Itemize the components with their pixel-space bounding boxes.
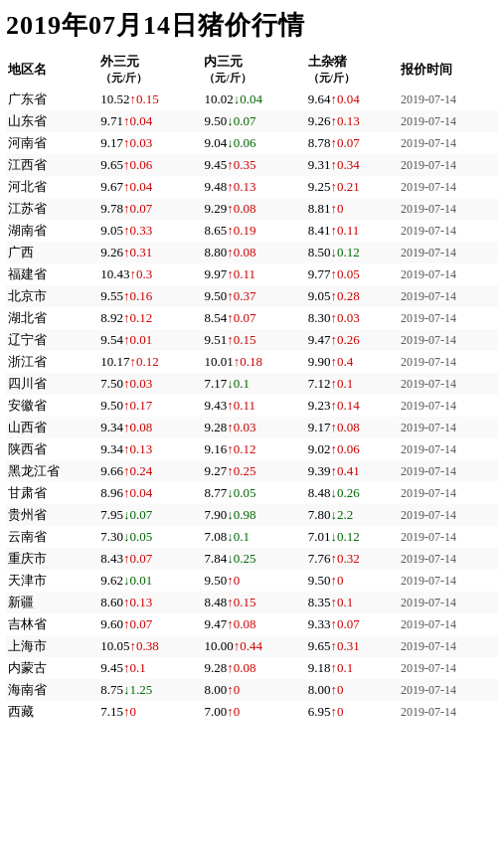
date-cell: 2019-07-14 [399, 110, 498, 132]
price-cell: 9.77↑0.05 [306, 263, 399, 285]
region-cell: 广西 [6, 242, 98, 263]
price-cell: 7.95↓0.07 [98, 504, 202, 526]
region-cell: 新疆 [6, 592, 98, 613]
price-cell: 6.95↑0 [306, 701, 399, 723]
region-cell: 河南省 [6, 132, 98, 154]
price-cell: 8.65↑0.19 [202, 220, 305, 242]
date-cell: 2019-07-14 [399, 482, 498, 504]
date-cell: 2019-07-14 [399, 438, 498, 460]
price-cell: 9.47↑0.08 [202, 613, 305, 635]
table-row: 广东省10.52↑0.1510.02↓0.049.64↑0.042019-07-… [6, 88, 498, 110]
price-cell: 7.08↓0.1 [202, 526, 305, 548]
price-cell: 7.84↓0.25 [202, 548, 305, 570]
date-cell: 2019-07-14 [399, 701, 498, 723]
price-cell: 10.05↑0.38 [98, 635, 202, 657]
region-cell: 甘肃省 [6, 482, 98, 504]
table-row: 山东省9.71↑0.049.50↓0.079.26↑0.132019-07-14 [6, 110, 498, 132]
price-cell: 7.50↑0.03 [98, 373, 202, 395]
price-cell: 9.02↑0.06 [306, 438, 399, 460]
price-cell: 9.66↑0.24 [98, 460, 202, 482]
region-cell: 山东省 [6, 110, 98, 132]
table-row: 湖北省8.92↑0.128.54↑0.078.30↑0.032019-07-14 [6, 307, 498, 329]
table-row: 四川省7.50↑0.037.17↓0.17.12↑0.12019-07-14 [6, 373, 498, 395]
price-cell: 9.97↑0.11 [202, 263, 305, 285]
price-cell: 9.50↑0.17 [98, 395, 202, 417]
price-cell: 9.65↑0.06 [98, 154, 202, 176]
table-row: 新疆8.60↑0.138.48↑0.158.35↑0.12019-07-14 [6, 592, 498, 613]
date-cell: 2019-07-14 [399, 395, 498, 417]
price-cell: 8.48↑0.15 [202, 592, 305, 613]
price-cell: 8.48↓0.26 [306, 482, 399, 504]
price-cell: 8.00↑0 [306, 679, 399, 701]
price-cell: 9.26↑0.13 [306, 110, 399, 132]
price-cell: 7.17↓0.1 [202, 373, 305, 395]
price-cell: 9.34↑0.08 [98, 417, 202, 438]
price-cell: 9.28↑0.03 [202, 417, 305, 438]
table-row: 甘肃省8.96↑0.048.77↓0.058.48↓0.262019-07-14 [6, 482, 498, 504]
table-row: 海南省8.75↓1.258.00↑08.00↑02019-07-14 [6, 679, 498, 701]
page-title: 2019年07月14日猪价行情 [6, 8, 498, 43]
table-row: 河北省9.67↑0.049.48↑0.139.25↑0.212019-07-14 [6, 176, 498, 198]
date-cell: 2019-07-14 [399, 176, 498, 198]
date-cell: 2019-07-14 [399, 242, 498, 263]
table-row: 福建省10.43↑0.39.97↑0.119.77↑0.052019-07-14 [6, 263, 498, 285]
price-cell: 9.54↑0.01 [98, 329, 202, 351]
date-cell: 2019-07-14 [399, 592, 498, 613]
date-cell: 2019-07-14 [399, 198, 498, 220]
price-cell: 8.43↑0.07 [98, 548, 202, 570]
price-cell: 8.80↑0.08 [202, 242, 305, 263]
col-region: 地区名 [6, 51, 98, 88]
date-cell: 2019-07-14 [399, 417, 498, 438]
price-cell: 9.27↑0.25 [202, 460, 305, 482]
region-cell: 四川省 [6, 373, 98, 395]
date-cell: 2019-07-14 [399, 504, 498, 526]
region-cell: 广东省 [6, 88, 98, 110]
price-cell: 9.33↑0.07 [306, 613, 399, 635]
table-row: 安徽省9.50↑0.179.43↑0.119.23↑0.142019-07-14 [6, 395, 498, 417]
price-cell: 9.60↑0.07 [98, 613, 202, 635]
price-cell: 7.12↑0.1 [306, 373, 399, 395]
region-cell: 北京市 [6, 285, 98, 307]
date-cell: 2019-07-14 [399, 132, 498, 154]
table-row: 重庆市8.43↑0.077.84↓0.257.76↑0.322019-07-14 [6, 548, 498, 570]
price-cell: 9.71↑0.04 [98, 110, 202, 132]
price-cell: 9.43↑0.11 [202, 395, 305, 417]
col-n3: 内三元（元/斤） [202, 51, 305, 88]
price-cell: 10.17↑0.12 [98, 351, 202, 373]
region-cell: 江西省 [6, 154, 98, 176]
date-cell: 2019-07-14 [399, 460, 498, 482]
price-cell: 10.43↑0.3 [98, 263, 202, 285]
price-cell: 9.50↓0.07 [202, 110, 305, 132]
price-cell: 8.54↑0.07 [202, 307, 305, 329]
region-cell: 浙江省 [6, 351, 98, 373]
price-cell: 9.18↑0.1 [306, 657, 399, 679]
region-cell: 上海市 [6, 635, 98, 657]
date-cell: 2019-07-14 [399, 526, 498, 548]
table-row: 天津市9.62↓0.019.50↑09.50↑02019-07-14 [6, 570, 498, 592]
date-cell: 2019-07-14 [399, 154, 498, 176]
table-row: 山西省9.34↑0.089.28↑0.039.17↑0.082019-07-14 [6, 417, 498, 438]
price-cell: 9.39↑0.41 [306, 460, 399, 482]
table-row: 辽宁省9.54↑0.019.51↑0.159.47↑0.262019-07-14 [6, 329, 498, 351]
price-cell: 9.31↑0.34 [306, 154, 399, 176]
price-cell: 9.05↑0.33 [98, 220, 202, 242]
date-cell: 2019-07-14 [399, 88, 498, 110]
region-cell: 辽宁省 [6, 329, 98, 351]
price-cell: 7.01↓0.12 [306, 526, 399, 548]
table-row: 北京市9.55↑0.169.50↑0.379.05↑0.282019-07-14 [6, 285, 498, 307]
price-cell: 10.02↓0.04 [202, 88, 305, 110]
table-row: 上海市10.05↑0.3810.00↑0.449.65↑0.312019-07-… [6, 635, 498, 657]
region-cell: 云南省 [6, 526, 98, 548]
price-cell: 9.45↑0.35 [202, 154, 305, 176]
price-cell: 9.17↑0.03 [98, 132, 202, 154]
price-cell: 9.47↑0.26 [306, 329, 399, 351]
price-cell: 9.48↑0.13 [202, 176, 305, 198]
table-row: 云南省7.30↓0.057.08↓0.17.01↓0.122019-07-14 [6, 526, 498, 548]
table-row: 江西省9.65↑0.069.45↑0.359.31↑0.342019-07-14 [6, 154, 498, 176]
region-cell: 湖北省 [6, 307, 98, 329]
price-cell: 9.50↑0.37 [202, 285, 305, 307]
date-cell: 2019-07-14 [399, 570, 498, 592]
price-cell: 8.00↑0 [202, 679, 305, 701]
region-cell: 福建省 [6, 263, 98, 285]
table-row: 黑龙江省9.66↑0.249.27↑0.259.39↑0.412019-07-1… [6, 460, 498, 482]
